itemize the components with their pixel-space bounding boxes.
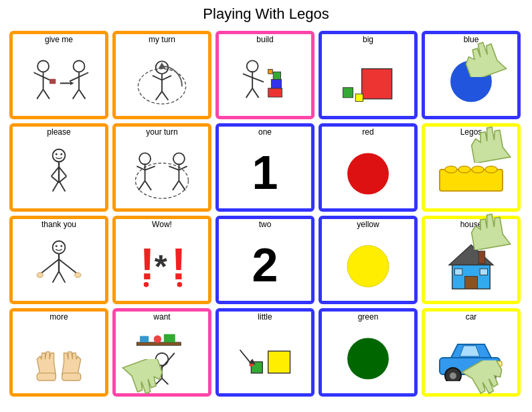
cell-legos[interactable]: Legos [422,123,521,212]
cell-more[interactable]: more [9,308,108,397]
svg-point-54 [173,153,185,164]
svg-point-39 [60,153,62,155]
svg-line-11 [70,77,79,82]
cell-house[interactable]: house [422,216,521,304]
cell-blue[interactable]: blue [422,31,521,119]
cell-car[interactable]: car [422,308,521,397]
svg-marker-8 [70,81,74,85]
svg-point-47 [135,163,188,198]
svg-line-42 [59,167,66,176]
content-car [425,322,517,393]
label-car: car [464,312,478,322]
svg-line-103 [240,350,252,364]
svg-marker-22 [158,62,165,68]
svg-point-36 [450,61,492,102]
label-house: house [459,219,484,229]
cell-my-turn[interactable]: my turn [112,31,211,119]
content-more [13,322,105,393]
cell-build[interactable]: build [215,31,315,119]
label-build: build [255,34,274,44]
svg-rect-90 [137,342,181,346]
svg-line-74 [53,271,59,283]
cell-two[interactable]: two 2 [215,216,315,304]
content-house [425,229,517,301]
svg-point-66 [53,241,66,253]
cell-big[interactable]: big [319,31,418,119]
cell-red[interactable]: red [319,123,418,212]
content-blue [425,44,517,116]
svg-rect-4 [50,79,56,84]
cell-please[interactable]: please [9,123,108,212]
svg-point-108 [450,372,456,379]
svg-line-53 [145,180,151,190]
svg-point-94 [156,353,169,366]
svg-line-99 [162,378,168,384]
cell-your-turn[interactable]: your turn [112,123,211,212]
svg-rect-87 [478,251,484,263]
label-legos: Legos [459,127,484,137]
svg-point-48 [139,153,151,164]
cell-little[interactable]: little [215,308,315,397]
svg-point-105 [347,338,389,380]
svg-line-41 [52,167,59,176]
label-thank-you: thank you [40,219,78,229]
label-two: two [258,219,273,229]
label-little: little [256,312,273,322]
svg-rect-33 [343,88,353,98]
svg-marker-82 [449,245,493,265]
svg-line-14 [79,90,85,99]
label-want: want [152,312,171,322]
svg-rect-88 [37,372,56,380]
svg-rect-91 [140,336,149,342]
svg-rect-85 [455,269,462,275]
svg-point-63 [458,166,470,173]
svg-text:*: * [155,248,167,284]
content-red [322,137,414,208]
cell-give-me[interactable]: give me [9,31,108,119]
number-two: 2 [252,242,278,289]
label-big: big [361,34,375,44]
content-my-turn [116,44,208,116]
label-please: please [46,127,72,137]
cell-thank-you[interactable]: thank you [9,216,108,304]
svg-point-23 [247,60,258,72]
cell-one[interactable]: one 1 [215,123,315,212]
cell-yellow[interactable]: yellow [319,216,418,304]
page-title: Playing With Legos [0,0,532,27]
svg-point-0 [37,61,49,72]
svg-line-13 [73,90,79,99]
svg-point-67 [56,245,58,247]
svg-line-28 [252,88,258,97]
svg-rect-84 [465,276,478,289]
svg-line-50 [137,166,145,170]
svg-rect-89 [62,372,81,380]
cell-wow[interactable]: Wow! ! * ! [112,216,211,304]
svg-line-70 [41,259,59,273]
svg-line-46 [59,180,65,191]
svg-point-72 [37,272,43,277]
svg-text:!: ! [171,239,186,289]
label-your-turn: your turn [145,127,179,137]
svg-line-2 [34,72,43,77]
svg-line-19 [162,76,171,80]
svg-line-25 [243,74,252,78]
cell-green[interactable]: green [319,308,418,397]
content-your-turn [116,137,208,208]
label-give-me: give me [43,34,74,44]
label-red: red [361,127,375,137]
svg-line-20 [156,91,162,100]
svg-line-12 [79,72,88,77]
svg-point-92 [154,335,161,342]
label-my-turn: my turn [147,34,177,44]
svg-line-21 [162,91,168,100]
svg-point-64 [472,166,484,173]
svg-line-26 [252,77,264,82]
svg-line-18 [153,76,162,80]
symbol-grid: give me [0,27,532,401]
content-little [219,322,311,393]
cell-want[interactable]: want [112,308,211,397]
svg-rect-35 [355,94,363,101]
svg-point-110 [484,372,491,379]
svg-line-75 [59,271,65,283]
svg-line-58 [173,180,179,190]
